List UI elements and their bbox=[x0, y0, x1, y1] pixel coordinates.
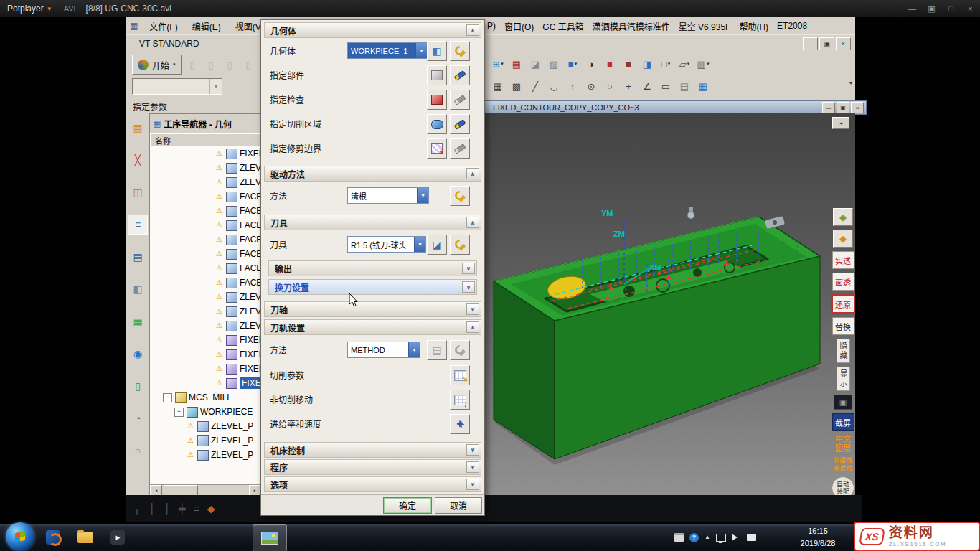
chevron-icon[interactable]: ∨ bbox=[466, 461, 479, 473]
save-icon[interactable]: ▯ bbox=[221, 55, 238, 74]
maximize-icon[interactable]: □ bbox=[941, 0, 961, 17]
expander-icon[interactable]: − bbox=[163, 393, 172, 402]
hidden-line-dashed-button[interactable]: 隐藏线变虚线 bbox=[832, 457, 854, 473]
chevron-icon[interactable]: ∨ bbox=[462, 263, 475, 274]
restore-icon[interactable]: ▣ bbox=[922, 0, 941, 17]
chevron-icon[interactable]: ∧ bbox=[466, 321, 479, 333]
tree-item[interactable]: ⚠FIXED bbox=[150, 146, 261, 161]
clock-icon[interactable]: ◔ bbox=[128, 408, 148, 428]
tree-item[interactable]: ⚠ZLEVEL_P bbox=[150, 448, 261, 462]
geometry-combo[interactable]: WORKPIECE_1 ▾ bbox=[347, 42, 428, 59]
diamond-tool-icon[interactable]: ◆ bbox=[833, 208, 853, 226]
layer-settings-button[interactable]: ▥▾ bbox=[694, 55, 712, 73]
arc-tool-button[interactable]: ◡ bbox=[545, 77, 562, 95]
section-program[interactable]: 程序 ∨ bbox=[264, 459, 481, 475]
edit-drive-method-button[interactable] bbox=[450, 186, 470, 206]
assembly-navigator-icon[interactable]: ▦ bbox=[128, 118, 148, 138]
path-tool-icon-2[interactable]: ├ bbox=[149, 504, 156, 514]
restore-display-button[interactable]: 还原 bbox=[831, 294, 855, 314]
noncutting-moves-button[interactable] bbox=[450, 390, 470, 410]
chevron-icon[interactable]: ∧ bbox=[466, 24, 479, 36]
player-brand[interactable]: Potplayer bbox=[7, 4, 44, 14]
tree-item[interactable]: −WORKPIECE bbox=[150, 405, 261, 419]
section-geometry[interactable]: 几何体 ∧ bbox=[264, 22, 481, 38]
trim-highlight-button[interactable] bbox=[450, 138, 470, 159]
system-menu-icon[interactable]: ▦ bbox=[130, 22, 138, 30]
history-icon[interactable]: ▯ bbox=[128, 376, 148, 396]
point-tool-button[interactable]: ▦ bbox=[489, 77, 507, 95]
viewport-overflow-icon[interactable]: ◂ bbox=[832, 117, 849, 129]
web-browser-icon[interactable]: ◉ bbox=[128, 344, 148, 364]
menu-item[interactable]: P) bbox=[483, 18, 500, 34]
edit-display-button[interactable]: ◨ bbox=[639, 55, 656, 73]
path-tool-icon-4[interactable]: ╪ bbox=[179, 504, 186, 514]
name-column-header[interactable]: 名称 bbox=[150, 133, 261, 148]
show-part-button[interactable]: ■ bbox=[601, 55, 618, 73]
minimize-icon[interactable]: — bbox=[903, 0, 922, 17]
graphics-window-title-bar[interactable]: FIXED_CONTOUR_COPY_COPY_CO~3 — ▣ × bbox=[482, 100, 867, 115]
start-button[interactable] bbox=[6, 522, 34, 551]
gw-restore-icon[interactable]: ▣ bbox=[837, 102, 849, 113]
machine-navigator-icon[interactable]: ▤ bbox=[128, 247, 148, 267]
check-highlight-button[interactable] bbox=[450, 90, 470, 110]
tree-item[interactable]: ⚠ZLEVEL bbox=[150, 290, 261, 304]
printer-icon[interactable] bbox=[674, 533, 684, 542]
hide-button[interactable]: 隐藏 bbox=[837, 339, 850, 363]
taskbar-app-player[interactable]: ▶ bbox=[102, 524, 133, 550]
angle-tool-button[interactable]: ∠ bbox=[639, 77, 656, 95]
replace-button[interactable]: 替换 bbox=[832, 317, 854, 335]
section-output[interactable]: 输出 ∨ bbox=[268, 260, 477, 276]
scrollbar-thumb[interactable] bbox=[164, 485, 198, 496]
path-tool-icon-1[interactable]: ┬ bbox=[133, 504, 141, 514]
edit-geometry-button[interactable] bbox=[450, 41, 470, 61]
screenshot-button[interactable]: 截屏 bbox=[832, 413, 854, 431]
tree-item[interactable]: ⚠FACE bbox=[150, 218, 261, 232]
snap-point-button[interactable]: ⊕▾ bbox=[489, 55, 507, 73]
chevron-icon[interactable]: ∨ bbox=[466, 303, 479, 315]
ellipse-tool-button[interactable]: ○ bbox=[601, 77, 618, 95]
gw-close-icon[interactable]: × bbox=[851, 102, 864, 113]
child-restore-icon[interactable]: ▣ bbox=[819, 37, 834, 50]
chevron-icon[interactable]: ∧ bbox=[466, 168, 479, 179]
print-icon[interactable]: ▯ bbox=[240, 55, 257, 74]
show-blank-button[interactable]: ■ bbox=[620, 55, 637, 73]
method-calc-button[interactable] bbox=[427, 340, 447, 360]
shade-button[interactable]: ◪ bbox=[527, 55, 544, 73]
rect-tool-button[interactable]: ▭ bbox=[657, 77, 674, 95]
ime-icon[interactable] bbox=[747, 534, 756, 541]
auto-assembly-button[interactable]: 自动装配 bbox=[831, 476, 854, 495]
section-options[interactable]: 选项 ∨ bbox=[264, 476, 481, 492]
table-tool-button[interactable]: ▦ bbox=[694, 77, 712, 95]
scroll-left-icon[interactable]: ◂ bbox=[150, 485, 162, 496]
chevron-down-icon[interactable]: ▾ bbox=[417, 188, 428, 203]
solid-transparent-button[interactable]: 实透 bbox=[832, 251, 854, 269]
select-trim-button[interactable] bbox=[427, 138, 447, 159]
vector-tool-button[interactable]: ↑ bbox=[564, 77, 581, 95]
tree-item[interactable]: ⚠FACE bbox=[150, 189, 261, 204]
menu-item[interactable]: 编辑(E) bbox=[185, 18, 228, 34]
roles-icon[interactable]: ○ bbox=[128, 441, 148, 461]
close-icon[interactable]: × bbox=[961, 0, 980, 17]
drive-method-combo[interactable]: 清根 ▾ bbox=[347, 187, 429, 204]
child-minimize-icon[interactable]: — bbox=[803, 37, 818, 50]
chevron-down-icon[interactable]: ▾ bbox=[408, 342, 420, 357]
taskbar-app-explorer[interactable] bbox=[70, 524, 101, 550]
hidden-icons-button[interactable]: ▲ bbox=[705, 534, 710, 540]
taskbar-app-viewer-active[interactable] bbox=[253, 524, 287, 551]
chevron-icon[interactable]: ∨ bbox=[466, 479, 479, 490]
view-cube-button[interactable]: ■▾ bbox=[564, 55, 581, 73]
chevron-down-icon[interactable]: ▾ bbox=[415, 43, 427, 58]
viewport-3d-canvas[interactable]: YM ZM XM bbox=[482, 113, 855, 495]
tree-item[interactable]: ⚠FIXED bbox=[150, 333, 261, 347]
menu-item[interactable]: 星空 V6.935F bbox=[674, 18, 735, 34]
path-tool-icon-5[interactable]: ≡ bbox=[194, 504, 199, 514]
section-tool[interactable]: 刀具 ∧ bbox=[264, 215, 481, 230]
display-mode-button[interactable]: □▾ bbox=[657, 55, 674, 73]
cancel-button[interactable]: 取消 bbox=[435, 497, 482, 514]
network-icon[interactable] bbox=[716, 534, 726, 542]
feeds-speeds-button[interactable] bbox=[450, 414, 470, 434]
tree-item[interactable]: ⚠FIXED bbox=[150, 362, 261, 376]
tree-item[interactable]: −MCS_MILL bbox=[150, 390, 261, 405]
mesh-tool-button[interactable]: ▩ bbox=[508, 77, 525, 95]
part-navigator-icon[interactable]: ◫ bbox=[128, 182, 148, 202]
